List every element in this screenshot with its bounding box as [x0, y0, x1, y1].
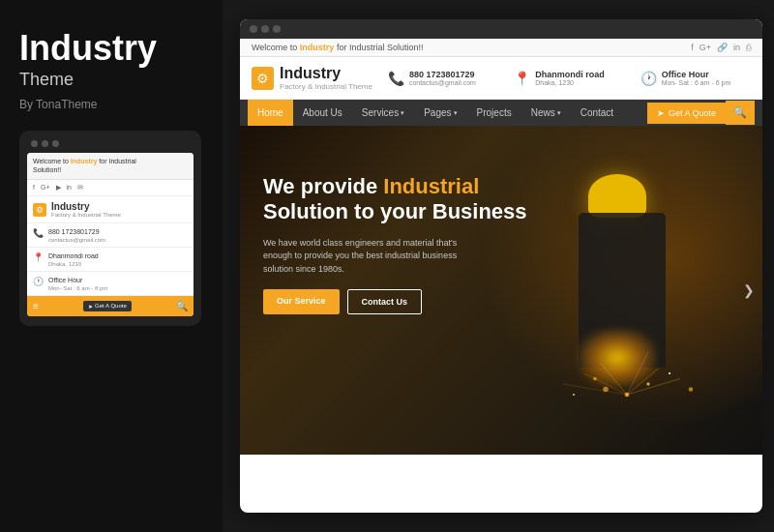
desktop-mockup: Welcome to Industry for Industrial Solut… [240, 19, 762, 513]
mobile-notice: Welcome to Industry for Industrial Solut… [27, 153, 194, 181]
mobile-email: contactus@gmail.com [48, 237, 105, 243]
mobile-mockup: Welcome to Industry for Industrial Solut… [19, 131, 201, 326]
desktop-location-info: Dhanmondi road Dhaka, 1230 [535, 70, 605, 86]
hero-highlight-text: Industrial [383, 174, 479, 198]
desk-dot-2 [261, 25, 269, 33]
mobile-location-row: 📍 Dhanmondi road Dhaka, 1230 [27, 248, 194, 272]
hero-content: We provide Industrial Solution to your B… [263, 174, 527, 314]
notice-suffix-desk: for Industrial Solution!! [334, 43, 423, 52]
hero-line1-text: We provide [263, 174, 383, 198]
mobile-location-main: Dhanmondi road [48, 251, 99, 261]
left-panel: Industry Theme By TonaTheme Welcome to I… [0, 0, 223, 532]
desktop-search-button[interactable]: 🔍 [726, 101, 755, 125]
svg-point-5 [689, 387, 693, 391]
mobile-logo-info: Industry Factory & Industrial Theme [51, 201, 121, 218]
nav-projects[interactable]: Projects [467, 100, 521, 126]
hero-title-line2: Solution to your Business [263, 199, 527, 224]
hamburger-icon[interactable]: ≡ [33, 301, 39, 311]
mobile-quote-button[interactable]: ➤ Get A Quote [83, 301, 132, 311]
nav-contact[interactable]: Contact [571, 100, 623, 126]
svg-point-3 [669, 372, 670, 374]
desk-social-f[interactable]: f [691, 43, 694, 52]
hero-next-arrow[interactable]: ❯ [743, 282, 755, 298]
mobile-location-info: Dhanmondi road Dhaka, 1230 [48, 251, 99, 267]
hero-sparks-svg [540, 310, 714, 416]
svg-line-7 [627, 369, 659, 396]
theme-title: Industry Theme By TonaTheme [19, 29, 203, 111]
title-text: Industry [19, 29, 203, 68]
desk-social-print[interactable]: ⎙ [746, 43, 751, 52]
social-mail[interactable]: ✉ [77, 184, 83, 192]
social-facebook[interactable]: f [33, 184, 35, 192]
social-linkedin[interactable]: in [67, 184, 72, 192]
mobile-hours-row: 🕐 Office Hour Mon- Sat : 6 am - 8 pm [27, 272, 194, 296]
desktop-logo-icon: ⚙ [252, 67, 274, 90]
contact-us-button[interactable]: Contact Us [347, 289, 423, 314]
desktop-hours-sub: Mon- Sat : 6 am - 6 pm [662, 79, 731, 86]
svg-line-9 [627, 379, 680, 396]
desktop-hero: We provide Industrial Solution to your B… [240, 126, 762, 455]
svg-point-1 [646, 382, 649, 385]
social-gplus[interactable]: G+ [41, 184, 50, 192]
nav-services[interactable]: Services ▾ [352, 100, 414, 126]
desktop-location-sub: Dhaka, 1230 [535, 79, 605, 86]
desktop-social-icons: f G+ 🔗 in ⎙ [691, 43, 751, 52]
mobile-content: Welcome to Industry for Industrial Solut… [27, 153, 194, 316]
nav-about[interactable]: About Us [293, 100, 352, 126]
mobile-hours-main: Office Hour [48, 276, 107, 285]
desktop-hours-info: Office Hour Mon- Sat : 6 am - 6 pm [662, 70, 731, 86]
desk-location-icon: 📍 [514, 71, 530, 86]
our-service-button[interactable]: Our Service [263, 289, 340, 314]
desktop-logo: ⚙ Industry Factory & Industrial Theme [252, 65, 372, 91]
desktop-notice: Welcome to Industry for Industrial Solut… [240, 39, 762, 57]
desktop-hours-main: Office Hour [662, 70, 731, 79]
mobile-hours-info: Office Hour Mon- Sat : 6 am - 8 pm [48, 276, 107, 291]
mobile-search-icon[interactable]: 🔍 [176, 301, 188, 311]
notice-highlight-desk: Industry [300, 43, 335, 52]
mobile-hours-sub: Mon- Sat : 6 am - 8 pm [48, 285, 107, 291]
desktop-quote-button[interactable]: ➤ Get A Quote [647, 103, 726, 124]
notice-text: Welcome to Industry for Industrial Solut… [252, 43, 423, 52]
desktop-phone: 📞 880 1723801729 contactus@gmail.com [388, 70, 498, 86]
desktop-location-main: Dhanmondi road [535, 70, 605, 79]
dot-1 [31, 140, 38, 147]
mobile-logo-tagline: Factory & Industrial Theme [51, 212, 121, 218]
desk-social-in[interactable]: in [733, 43, 740, 52]
notice-prefix: Welcome to [33, 158, 71, 164]
phone-icon: 📞 [33, 228, 44, 238]
mobile-phone-row: 📞 880 1723801729 contactus@gmail.com [27, 223, 194, 248]
desktop-nav: Home About Us Services ▾ Pages ▾ Project… [240, 100, 762, 126]
mobile-logo-icon: ⚙ [33, 203, 46, 217]
notice-suffix: for Industrial [97, 158, 135, 164]
desk-social-link[interactable]: 🔗 [717, 43, 728, 52]
svg-point-6 [573, 394, 575, 396]
desktop-phone-main: 880 1723801729 [409, 70, 476, 79]
desktop-phone-sub: contactus@gmail.com [409, 79, 476, 86]
notice-highlight: Industry [71, 158, 98, 164]
desktop-quote-label: Get A Quote [669, 108, 716, 118]
desk-phone-icon: 📞 [388, 71, 404, 86]
location-icon: 📍 [33, 252, 44, 262]
dot-2 [42, 140, 48, 147]
desktop-logo-name: Industry [280, 65, 372, 82]
mobile-quote-label: Get A Quote [95, 303, 127, 309]
nav-pages[interactable]: Pages ▾ [414, 100, 466, 126]
desk-dot-3 [273, 25, 281, 33]
nav-news[interactable]: News ▾ [521, 100, 571, 126]
hero-title-line1: We provide Industrial [263, 174, 527, 199]
social-youtube[interactable]: ▶ [56, 184, 61, 192]
desk-social-gplus[interactable]: G+ [700, 43, 711, 52]
notice-prefix: Welcome to [252, 43, 300, 52]
mobile-bottom-bar: ≡ ➤ Get A Quote 🔍 [27, 296, 194, 316]
desktop-hours: 🕐 Office Hour Mon- Sat : 6 am - 6 pm [640, 70, 751, 86]
notice-line2: Solution!! [33, 166, 61, 173]
svg-line-11 [627, 352, 648, 395]
desktop-logo-tagline: Factory & Industrial Theme [280, 82, 372, 91]
hero-description: We have world class engineers and materi… [263, 237, 476, 277]
nav-home[interactable]: Home [248, 100, 293, 126]
mobile-dots [27, 140, 194, 147]
mobile-logo-name: Industry [51, 201, 121, 212]
desktop-titlebar [240, 19, 762, 39]
hero-buttons: Our Service Contact Us [263, 289, 527, 314]
desktop-phone-info: 880 1723801729 contactus@gmail.com [409, 70, 476, 86]
